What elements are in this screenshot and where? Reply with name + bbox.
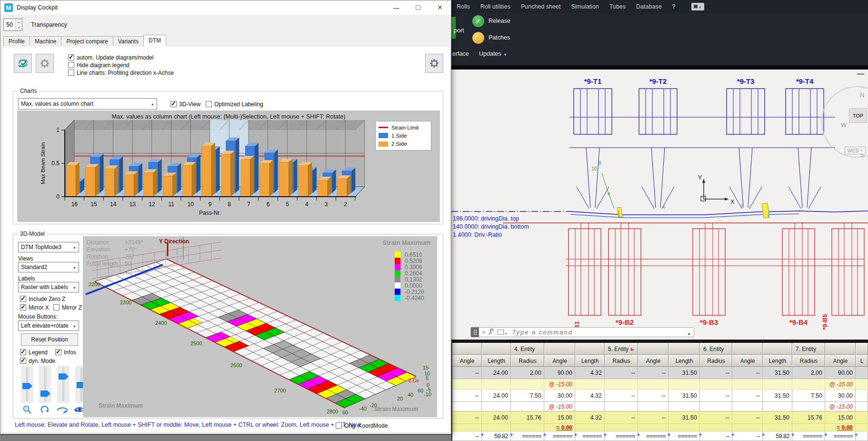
table-cell[interactable] (856, 424, 868, 431)
table-cell[interactable] (792, 402, 825, 411)
table-cell[interactable]: 15.00 (825, 411, 856, 424)
zoom-slider[interactable] (21, 366, 33, 403)
mirror-x-option[interactable]: Mirror X (20, 304, 49, 311)
slider-handle[interactable] (40, 391, 50, 397)
table-cell[interactable] (482, 402, 511, 411)
table-cell[interactable] (856, 402, 868, 411)
table-cell[interactable]: ====== (575, 431, 605, 441)
table-cell[interactable] (763, 402, 792, 411)
table-cell[interactable] (856, 390, 868, 402)
optimized-labeling-option[interactable]: Optimized Labeling (206, 100, 263, 108)
table-cell[interactable] (575, 379, 605, 390)
slider-handle[interactable] (22, 383, 32, 389)
labels-dropdown[interactable]: Raster with Labels (18, 282, 79, 292)
table-cell[interactable]: -- (732, 390, 763, 402)
drag-grip-icon[interactable] (471, 327, 479, 337)
table-cell[interactable]: = 0.00 (825, 424, 856, 431)
mouse-buttons-dropdown[interactable]: Left elevate+rotate (18, 321, 79, 331)
table-cell[interactable]: 31.50 (763, 367, 792, 379)
spinner-up-icon[interactable] (16, 19, 22, 25)
table-cell[interactable] (700, 424, 732, 431)
table-cell[interactable] (732, 379, 763, 390)
table-cell[interactable]: -- (732, 367, 763, 379)
table-cell[interactable]: -- (700, 390, 732, 402)
table-cell[interactable] (700, 402, 732, 411)
table-cell[interactable] (763, 379, 792, 390)
table-cell[interactable]: -- (452, 431, 482, 441)
table-cell[interactable]: @ -15.00 (544, 379, 575, 390)
table-cell[interactable] (638, 424, 668, 431)
orig-koordmode-option[interactable]: Orig. KoordMode (336, 422, 388, 429)
legend-option[interactable]: Legend (20, 349, 48, 356)
tab-machine[interactable]: Machine (30, 36, 61, 46)
chart-type-dropdown[interactable]: Max. values as column chart (18, 98, 157, 110)
table-cell[interactable]: -- (605, 367, 638, 379)
table-cell[interactable]: -- (452, 411, 482, 424)
elevation-slider[interactable] (39, 366, 51, 403)
checkbox[interactable] (68, 62, 74, 68)
wcs-selector[interactable]: WCS (845, 147, 866, 154)
minimize-button[interactable]: — (385, 0, 407, 15)
bar-chart-canvas[interactable]: Max. values as column chart (Left mouse:… (17, 110, 440, 222)
table-cell[interactable]: 30.00 (544, 390, 575, 402)
tab-profile[interactable]: Profile (3, 36, 30, 46)
table-cell[interactable]: -- (638, 390, 668, 402)
titlebar[interactable]: M Display Cockpit — × (0, 0, 451, 15)
table-cell[interactable] (732, 424, 763, 431)
table-cell[interactable]: 59.82 (763, 431, 792, 441)
chevron-down-icon[interactable] (505, 328, 508, 337)
model-3d-viewport[interactable]: Distance:+2149°Elevation:+70°Rotation:23… (83, 236, 437, 417)
table-cell[interactable] (452, 402, 482, 411)
table-cell[interactable]: 2.00 (511, 367, 544, 379)
menu-?[interactable]: ? (667, 0, 681, 13)
table-cell[interactable]: -- (638, 411, 668, 424)
compass-north[interactable]: N (860, 91, 864, 99)
table-cell[interactable]: 90.00 (825, 367, 856, 379)
table-cell[interactable] (856, 379, 868, 390)
tab-dtm[interactable]: DTM (143, 35, 166, 46)
table-cell[interactable]: 7.50 (792, 390, 825, 402)
checkbox[interactable] (68, 54, 74, 60)
mirror-z-option[interactable]: Mirror Z (53, 304, 82, 311)
magnifier-icon[interactable] (21, 404, 33, 415)
table-cell[interactable]: 30.00 (825, 390, 856, 402)
command-line-bar[interactable]: × (470, 327, 694, 337)
table-cell[interactable] (452, 424, 482, 431)
table-cell[interactable]: 31.50 (668, 411, 700, 424)
table-cell[interactable]: @ -15.00 (544, 402, 575, 411)
table-cell[interactable]: 59.82 (482, 431, 511, 441)
table-cell[interactable]: 7.50 (511, 390, 544, 402)
reset-position-button[interactable]: Reset Position (21, 333, 78, 346)
table-cell[interactable] (792, 424, 825, 431)
expand-up-icon[interactable] (687, 328, 691, 337)
table-cell[interactable] (856, 411, 868, 424)
close-button[interactable]: × (429, 0, 451, 15)
table-cell[interactable]: -- (605, 411, 638, 424)
table-cell[interactable]: 24.00 (482, 390, 511, 402)
settings-button[interactable] (36, 54, 54, 73)
wrench-icon[interactable] (488, 329, 495, 336)
compass-west[interactable]: W (841, 121, 847, 129)
table-cell[interactable]: ====== (638, 431, 668, 441)
table-cell[interactable] (575, 402, 605, 411)
option-checkbox-0[interactable]: autom. Update diagram/model (68, 54, 153, 61)
table-cell[interactable]: ====== (511, 431, 544, 441)
menu-database[interactable]: Database (631, 0, 667, 13)
table-cell[interactable] (511, 402, 544, 411)
table-cell[interactable] (763, 424, 792, 431)
update-model-button[interactable] (14, 54, 32, 73)
table-cell[interactable] (792, 379, 825, 390)
table-cell[interactable]: 15.76 (511, 411, 544, 424)
table-cell[interactable] (605, 402, 638, 411)
table-cell[interactable] (482, 424, 511, 431)
table-cell[interactable]: -- (638, 367, 668, 379)
tab-project-compare[interactable]: Project compare (61, 36, 113, 46)
viewcube-top-button[interactable]: TOP (849, 108, 867, 123)
checkbox[interactable] (68, 70, 74, 76)
table-cell[interactable]: 4.32 (575, 390, 605, 402)
table-cell[interactable] (638, 402, 668, 411)
table-cell[interactable]: -- (605, 390, 638, 402)
table-cell[interactable]: -- (732, 431, 763, 441)
menu-simulation[interactable]: Simulation (566, 0, 604, 13)
table-cell[interactable] (575, 424, 605, 431)
